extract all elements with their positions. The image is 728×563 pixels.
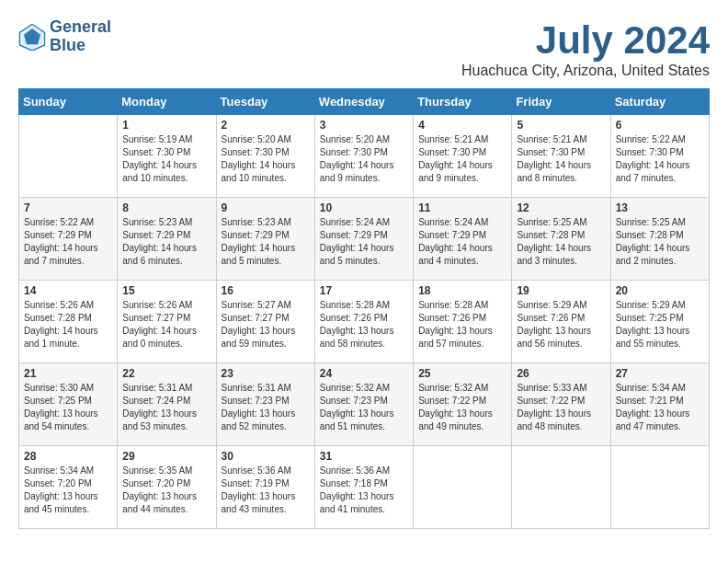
day-number: 22: [122, 367, 210, 380]
day-info: Sunrise: 5:24 AM Sunset: 7:29 PM Dayligh…: [418, 216, 506, 268]
weekday-header-wednesday: Wednesday: [314, 89, 413, 115]
day-info: Sunrise: 5:32 AM Sunset: 7:22 PM Dayligh…: [418, 382, 506, 433]
calendar-cell: 20Sunrise: 5:29 AM Sunset: 7:25 PM Dayli…: [610, 281, 709, 363]
day-info: Sunrise: 5:21 AM Sunset: 7:30 PM Dayligh…: [517, 133, 605, 185]
weekday-header-tuesday: Tuesday: [216, 89, 314, 115]
calendar-cell: 21Sunrise: 5:30 AM Sunset: 7:25 PM Dayli…: [19, 363, 118, 446]
calendar-cell: 7Sunrise: 5:22 AM Sunset: 7:29 PM Daylig…: [19, 198, 118, 281]
calendar-cell: 27Sunrise: 5:34 AM Sunset: 7:21 PM Dayli…: [610, 363, 709, 446]
calendar-table: SundayMondayTuesdayWednesdayThursdayFrid…: [18, 88, 710, 529]
calendar-cell: 17Sunrise: 5:28 AM Sunset: 7:26 PM Dayli…: [314, 281, 413, 363]
day-info: Sunrise: 5:30 AM Sunset: 7:25 PM Dayligh…: [24, 382, 112, 433]
calendar-cell: 24Sunrise: 5:32 AM Sunset: 7:23 PM Dayli…: [314, 363, 413, 446]
calendar-cell: 30Sunrise: 5:36 AM Sunset: 7:19 PM Dayli…: [216, 446, 314, 529]
day-info: Sunrise: 5:28 AM Sunset: 7:26 PM Dayligh…: [418, 299, 506, 350]
calendar-cell: 18Sunrise: 5:28 AM Sunset: 7:26 PM Dayli…: [414, 281, 512, 363]
weekday-header-thursday: Thursday: [414, 89, 512, 115]
logo-line2: Blue: [50, 37, 111, 55]
day-info: Sunrise: 5:33 AM Sunset: 7:22 PM Dayligh…: [517, 382, 605, 433]
day-number: 12: [517, 201, 605, 214]
calendar-cell: 8Sunrise: 5:23 AM Sunset: 7:29 PM Daylig…: [118, 198, 216, 281]
day-number: 9: [222, 201, 310, 214]
day-info: Sunrise: 5:20 AM Sunset: 7:30 PM Dayligh…: [222, 133, 310, 185]
calendar-cell: 1Sunrise: 5:19 AM Sunset: 7:30 PM Daylig…: [118, 115, 216, 198]
page-header: General Blue July 2024 Huachuca City, Ar…: [18, 18, 710, 79]
day-info: Sunrise: 5:21 AM Sunset: 7:30 PM Dayligh…: [418, 133, 506, 185]
logo-text: General Blue: [50, 18, 111, 55]
weekday-header-monday: Monday: [118, 89, 216, 115]
title-area: July 2024 Huachuca City, Arizona, United…: [461, 18, 710, 79]
weekday-header-sunday: Sunday: [19, 89, 118, 115]
day-number: 23: [222, 367, 310, 380]
calendar-cell: 6Sunrise: 5:22 AM Sunset: 7:30 PM Daylig…: [610, 115, 709, 198]
calendar-cell: [610, 446, 709, 529]
weekday-header-friday: Friday: [512, 89, 610, 115]
calendar-cell: 29Sunrise: 5:35 AM Sunset: 7:20 PM Dayli…: [118, 446, 216, 529]
day-number: 29: [122, 450, 210, 463]
day-number: 18: [418, 284, 506, 297]
day-number: 7: [24, 201, 112, 214]
calendar-cell: 11Sunrise: 5:24 AM Sunset: 7:29 PM Dayli…: [414, 198, 512, 281]
weekday-header-saturday: Saturday: [610, 89, 709, 115]
calendar-cell: 23Sunrise: 5:31 AM Sunset: 7:23 PM Dayli…: [216, 363, 314, 446]
day-info: Sunrise: 5:34 AM Sunset: 7:21 PM Dayligh…: [616, 382, 704, 433]
location-title: Huachuca City, Arizona, United States: [461, 63, 710, 79]
day-info: Sunrise: 5:22 AM Sunset: 7:30 PM Dayligh…: [616, 133, 704, 185]
calendar-header: SundayMondayTuesdayWednesdayThursdayFrid…: [19, 89, 710, 115]
calendar-cell: 28Sunrise: 5:34 AM Sunset: 7:20 PM Dayli…: [19, 446, 118, 529]
day-number: 4: [418, 119, 506, 132]
calendar-cell: 22Sunrise: 5:31 AM Sunset: 7:24 PM Dayli…: [118, 363, 216, 446]
calendar-cell: 31Sunrise: 5:36 AM Sunset: 7:18 PM Dayli…: [314, 446, 413, 529]
day-number: 30: [222, 450, 310, 463]
calendar-cell: 16Sunrise: 5:27 AM Sunset: 7:27 PM Dayli…: [216, 281, 314, 363]
weekday-row: SundayMondayTuesdayWednesdayThursdayFrid…: [19, 89, 710, 115]
calendar-cell: 25Sunrise: 5:32 AM Sunset: 7:22 PM Dayli…: [414, 363, 512, 446]
day-info: Sunrise: 5:23 AM Sunset: 7:29 PM Dayligh…: [222, 216, 310, 268]
day-number: 21: [24, 367, 112, 380]
day-info: Sunrise: 5:19 AM Sunset: 7:30 PM Dayligh…: [122, 133, 210, 185]
day-info: Sunrise: 5:28 AM Sunset: 7:26 PM Dayligh…: [320, 299, 408, 350]
logo: General Blue: [18, 18, 111, 55]
day-number: 25: [418, 367, 506, 380]
day-info: Sunrise: 5:31 AM Sunset: 7:24 PM Dayligh…: [122, 382, 210, 433]
day-info: Sunrise: 5:27 AM Sunset: 7:27 PM Dayligh…: [222, 299, 310, 350]
calendar-cell: 4Sunrise: 5:21 AM Sunset: 7:30 PM Daylig…: [414, 115, 512, 198]
day-number: 20: [616, 284, 704, 297]
day-info: Sunrise: 5:31 AM Sunset: 7:23 PM Dayligh…: [222, 382, 310, 433]
day-number: 15: [122, 284, 210, 297]
calendar-cell: 19Sunrise: 5:29 AM Sunset: 7:26 PM Dayli…: [512, 281, 610, 363]
calendar-week-3: 14Sunrise: 5:26 AM Sunset: 7:28 PM Dayli…: [19, 281, 710, 363]
day-number: 31: [320, 450, 408, 463]
day-number: 26: [517, 367, 605, 380]
calendar-cell: [19, 115, 118, 198]
calendar-cell: 10Sunrise: 5:24 AM Sunset: 7:29 PM Dayli…: [314, 198, 413, 281]
day-number: 14: [24, 284, 112, 297]
day-info: Sunrise: 5:34 AM Sunset: 7:20 PM Dayligh…: [24, 465, 112, 516]
day-number: 19: [517, 284, 605, 297]
day-number: 2: [222, 119, 310, 132]
calendar-cell: 3Sunrise: 5:20 AM Sunset: 7:30 PM Daylig…: [314, 115, 413, 198]
day-number: 27: [616, 367, 704, 380]
calendar-cell: 26Sunrise: 5:33 AM Sunset: 7:22 PM Dayli…: [512, 363, 610, 446]
calendar-week-5: 28Sunrise: 5:34 AM Sunset: 7:20 PM Dayli…: [19, 446, 710, 529]
day-number: 10: [320, 201, 408, 214]
calendar-cell: 12Sunrise: 5:25 AM Sunset: 7:28 PM Dayli…: [512, 198, 610, 281]
day-number: 13: [616, 201, 704, 214]
day-number: 11: [418, 201, 506, 214]
day-info: Sunrise: 5:20 AM Sunset: 7:30 PM Dayligh…: [320, 133, 408, 185]
day-info: Sunrise: 5:36 AM Sunset: 7:19 PM Dayligh…: [222, 465, 310, 516]
day-info: Sunrise: 5:24 AM Sunset: 7:29 PM Dayligh…: [320, 216, 408, 268]
day-number: 17: [320, 284, 408, 297]
day-number: 5: [517, 119, 605, 132]
day-number: 28: [24, 450, 112, 463]
day-info: Sunrise: 5:29 AM Sunset: 7:25 PM Dayligh…: [616, 299, 704, 350]
day-number: 3: [320, 119, 408, 132]
logo-icon: [18, 23, 46, 51]
day-info: Sunrise: 5:36 AM Sunset: 7:18 PM Dayligh…: [320, 465, 408, 516]
calendar-cell: [512, 446, 610, 529]
day-number: 24: [320, 367, 408, 380]
day-info: Sunrise: 5:32 AM Sunset: 7:23 PM Dayligh…: [320, 382, 408, 433]
calendar-week-2: 7Sunrise: 5:22 AM Sunset: 7:29 PM Daylig…: [19, 198, 710, 281]
calendar-cell: 2Sunrise: 5:20 AM Sunset: 7:30 PM Daylig…: [216, 115, 314, 198]
calendar-week-1: 1Sunrise: 5:19 AM Sunset: 7:30 PM Daylig…: [19, 115, 710, 198]
